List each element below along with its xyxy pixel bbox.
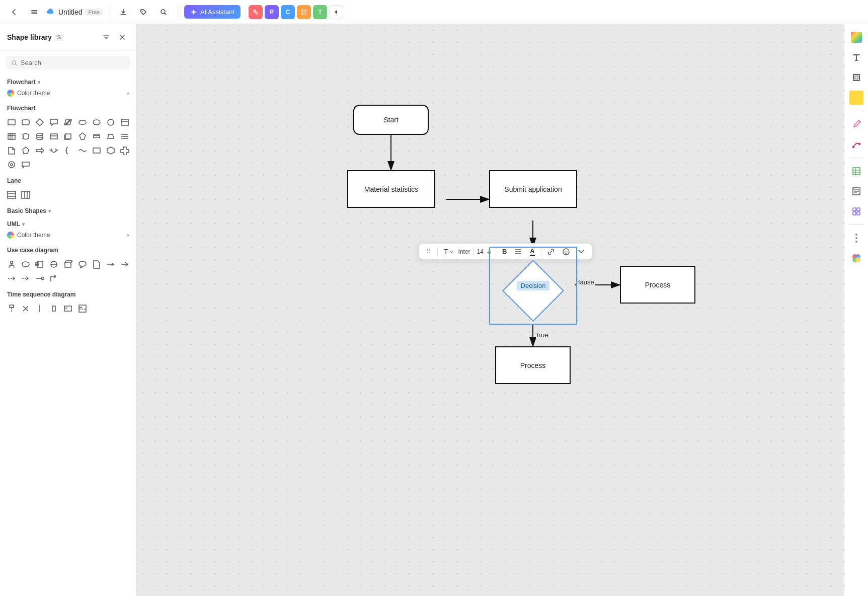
shape-wave[interactable] xyxy=(76,144,89,157)
shape-circle-2[interactable] xyxy=(5,158,18,171)
plugin-4[interactable] xyxy=(297,5,311,19)
plugin-5[interactable]: T xyxy=(313,5,327,19)
plugin-2[interactable]: P xyxy=(265,5,279,19)
shape-trapezoid[interactable] xyxy=(104,130,117,143)
decision-diamond-label[interactable]: Decision xyxy=(489,247,577,325)
shape-arrow-right[interactable] xyxy=(33,144,46,157)
shape-lane-v[interactable] xyxy=(19,188,32,201)
frame-tool-button[interactable] xyxy=(847,68,865,87)
shape-brace[interactable] xyxy=(61,144,74,157)
shape-use-case-ellipse[interactable] xyxy=(19,258,32,271)
shape-dashed-arrow[interactable] xyxy=(5,272,18,285)
sidebar-close-button[interactable] xyxy=(115,30,129,44)
svg-point-95 xyxy=(852,146,854,148)
sidebar-sort-button[interactable] xyxy=(99,30,113,44)
font-type-button[interactable]: T xyxy=(441,246,456,257)
shape-banner[interactable] xyxy=(19,158,32,171)
shape-component[interactable] xyxy=(33,258,46,271)
pen-tool-button[interactable] xyxy=(847,115,865,133)
shape-x-mark[interactable] xyxy=(19,302,32,315)
shape-dashed-arrow2[interactable] xyxy=(19,272,32,285)
search-top-button[interactable] xyxy=(155,4,172,20)
more-tools-button[interactable] xyxy=(847,229,865,247)
shape-actor[interactable] xyxy=(5,258,18,271)
shape-doc[interactable] xyxy=(5,144,18,157)
shape-lane-h[interactable] xyxy=(5,188,18,201)
shape-cross[interactable] xyxy=(118,144,131,157)
material-statistics-node[interactable]: Material statistics xyxy=(347,170,435,208)
svg-rect-107 xyxy=(857,208,860,211)
shape-double-arrow[interactable] xyxy=(47,144,60,157)
shape-diamond[interactable] xyxy=(33,116,46,129)
shape-doc2[interactable] xyxy=(90,258,103,271)
shape-activation[interactable] xyxy=(47,302,60,315)
table-tool-button[interactable] xyxy=(847,162,865,180)
shape-rect[interactable] xyxy=(5,116,18,129)
process2-node[interactable]: Process xyxy=(495,346,571,384)
shape-node-box[interactable] xyxy=(61,258,74,271)
shape-pentagon[interactable] xyxy=(19,144,32,157)
tag-button[interactable] xyxy=(135,4,151,20)
submit-application-node[interactable]: Submit application xyxy=(489,170,577,208)
process1-node[interactable]: Process xyxy=(620,266,695,304)
shape-hexagon[interactable] xyxy=(104,144,117,157)
color-theme-row-1[interactable]: Color theme ▾ xyxy=(0,88,136,101)
shape-parallelogram[interactable] xyxy=(61,116,74,129)
start-label: Start xyxy=(383,116,399,124)
shape-multi-rect[interactable] xyxy=(5,130,18,143)
shape-rect-notch[interactable] xyxy=(47,130,60,143)
shape-interface[interactable] xyxy=(47,258,60,271)
svg-marker-14 xyxy=(36,119,43,126)
download-button[interactable] xyxy=(115,4,131,20)
color-circles-button[interactable] xyxy=(847,249,865,267)
text-tool-button[interactable] xyxy=(847,48,865,66)
shape-multi-doc[interactable] xyxy=(61,130,74,143)
shape-polygon[interactable] xyxy=(76,130,89,143)
back-button[interactable] xyxy=(6,4,22,20)
main-layout: Shape library S xyxy=(0,24,868,596)
plugin-3[interactable]: C xyxy=(281,5,295,19)
plugin-1[interactable] xyxy=(249,5,263,19)
menu-button[interactable] xyxy=(26,4,42,20)
shape-callout[interactable] xyxy=(47,116,60,129)
shape-divided-rect[interactable] xyxy=(118,116,131,129)
color-palette-button[interactable] xyxy=(847,28,865,46)
flowchart-label: Flowchart xyxy=(7,79,36,86)
shape-tape[interactable] xyxy=(90,130,103,143)
sticky-note-button[interactable] xyxy=(847,89,865,107)
start-node[interactable]: Start xyxy=(353,105,429,135)
color-theme-circle-2 xyxy=(7,232,14,239)
shape-open-arrow[interactable] xyxy=(118,258,131,271)
shape-corner[interactable] xyxy=(47,272,60,285)
shape-circle[interactable] xyxy=(104,116,117,129)
shape-rounded-rect[interactable] xyxy=(19,116,32,129)
canvas-area[interactable]: Start Material statistics Submit applica… xyxy=(137,24,844,596)
uml-expand-icon: ▾ xyxy=(22,221,25,227)
shape-ref-box[interactable] xyxy=(61,302,74,315)
basic-shapes-section-label: Basic Shapes ▾ xyxy=(0,203,136,216)
search-input[interactable] xyxy=(21,59,125,66)
connector-tool-button[interactable] xyxy=(847,135,865,154)
shape-hexagon-h[interactable] xyxy=(19,130,32,143)
ai-assistant-button[interactable]: AI Assistant xyxy=(184,5,241,19)
shape-lines[interactable] xyxy=(118,130,131,143)
shape-search-box[interactable] xyxy=(6,56,130,69)
color-theme-row-2[interactable]: Color theme ▾ xyxy=(0,230,136,243)
shape-plain-arrow[interactable] xyxy=(104,258,117,271)
toolbar-drag-handle[interactable]: ⠿ xyxy=(423,246,434,257)
flowchart-sub-label: Flowchart xyxy=(0,101,136,114)
shape-comment[interactable] xyxy=(76,258,89,271)
shape-alt-box[interactable] xyxy=(76,302,89,315)
plugins-collapse-button[interactable] xyxy=(329,5,343,19)
cards-tool-button[interactable] xyxy=(847,202,865,220)
shape-v-line[interactable] xyxy=(33,302,46,315)
svg-point-96 xyxy=(858,143,860,145)
shape-lifeline[interactable] xyxy=(5,302,18,315)
free-badge: Free xyxy=(85,9,103,16)
shape-circle-arrow[interactable] xyxy=(33,272,46,285)
shape-drum[interactable] xyxy=(33,130,46,143)
template-tool-button[interactable]: T xyxy=(847,182,865,200)
shape-rect-2[interactable] xyxy=(90,144,103,157)
shape-ellipse[interactable] xyxy=(90,116,103,129)
shape-stadium[interactable] xyxy=(76,116,89,129)
